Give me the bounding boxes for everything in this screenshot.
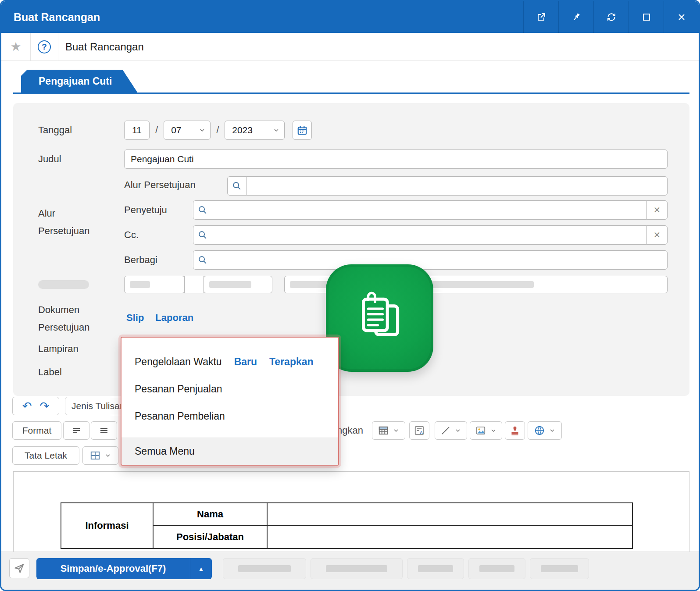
judul-input[interactable]: [125, 150, 667, 168]
laporan-link[interactable]: Laporan: [155, 312, 193, 324]
search-icon: [232, 181, 242, 191]
search-icon: [198, 230, 207, 240]
maximize-button[interactable]: [629, 1, 664, 33]
undo-button[interactable]: ↶: [22, 400, 32, 412]
nama-value-cell: [267, 503, 632, 526]
menu-item-pesanan-penjualan[interactable]: Pesanan Penjualan: [121, 375, 338, 402]
insert-line-dropdown[interactable]: [435, 421, 467, 440]
penyetuju-field-box: [212, 200, 647, 220]
cc-search-button[interactable]: [193, 225, 212, 245]
close-button[interactable]: [664, 1, 699, 33]
penyetuju-label: Penyetuju: [124, 200, 167, 220]
chevron-down-icon: [104, 452, 111, 459]
alur-persetujuan-section-label: Alur Persetujuan: [38, 205, 89, 240]
day-input[interactable]: [125, 121, 149, 139]
close-icon: [676, 12, 687, 22]
alur-persetujuan-input[interactable]: [246, 177, 667, 195]
tab-strip: Pengajuan Cuti: [13, 70, 689, 94]
breadcrumb: Buat Rancangan: [58, 41, 144, 53]
day-field-box: [124, 121, 150, 140]
text-style-button[interactable]: [409, 421, 429, 440]
stamp-button[interactable]: [505, 421, 525, 440]
penyetuju-input[interactable]: [212, 201, 646, 219]
cc-input[interactable]: [212, 226, 646, 244]
berbagi-input[interactable]: [212, 251, 667, 269]
align-left-button[interactable]: [63, 421, 89, 440]
insert-image-dropdown[interactable]: [470, 421, 502, 440]
cc-clear-button[interactable]: ✕: [646, 225, 668, 245]
menu-item-label: Pesanan Pembelian: [135, 410, 225, 422]
open-new-window-button[interactable]: [523, 1, 558, 33]
slip-link[interactable]: Slip: [126, 312, 144, 324]
month-select[interactable]: 07: [164, 121, 211, 140]
star-icon: ★: [10, 39, 21, 54]
clear-x-icon: ✕: [654, 205, 661, 215]
menu-item-semua-menu[interactable]: Semua Menu: [121, 438, 338, 465]
alur-persetujuan-inline-label: Alur Persetujuan: [124, 175, 196, 195]
table-icon: [378, 425, 389, 436]
save-options-caret[interactable]: ▲: [190, 558, 212, 579]
cc-label: Cc.: [124, 225, 139, 245]
align-left-icon: [71, 425, 82, 436]
maximize-icon: [641, 12, 652, 22]
pin-button[interactable]: [558, 1, 593, 33]
menu-item-pengelolaan-waktu[interactable]: Pengelolaan Waktu Baru Terapkan: [121, 348, 338, 375]
menu-popup: Pengelolaan Waktu Baru Terapkan Pesanan …: [121, 337, 339, 466]
placeholder-bar: [418, 565, 453, 572]
favorite-button[interactable]: ★: [1, 33, 30, 61]
tata-letak-button[interactable]: Tata Letak: [12, 446, 79, 465]
dokumen-persetujuan-label: Dokumen Persetujuan: [38, 301, 89, 336]
placeholder-field-1: [124, 276, 185, 293]
globe-icon: [534, 425, 545, 436]
line-icon: [440, 425, 451, 436]
help-icon: ?: [38, 40, 51, 53]
penyetuju-search-button[interactable]: [193, 200, 212, 220]
menu-item-pesanan-pembelian[interactable]: Pesanan Pembelian: [121, 402, 338, 430]
document-copy-badge: [326, 264, 433, 372]
placeholder-bar: [326, 565, 387, 572]
footer-bar: Simpan/e-Approval(F7) ▲: [1, 552, 699, 591]
secondary-toolbar: ★ ? Buat Rancangan: [1, 33, 699, 61]
alur-search-button[interactable]: [227, 176, 246, 196]
tab-pengajuan-cuti[interactable]: Pengajuan Cuti: [21, 70, 137, 93]
help-button[interactable]: ?: [31, 33, 58, 61]
chevron-down-icon: [199, 127, 206, 134]
tanggal-label: Tanggal: [38, 121, 72, 140]
date-separator: /: [216, 125, 219, 136]
format-dropdown[interactable]: Format: [12, 421, 61, 440]
calendar-picker-button[interactable]: [293, 121, 312, 140]
label-placeholder: [38, 280, 89, 289]
placeholder-bar: [541, 565, 578, 572]
save-approval-button[interactable]: Simpan/e-Approval(F7) ▲: [36, 558, 212, 579]
search-icon: [198, 205, 207, 215]
refresh-button[interactable]: [593, 1, 629, 33]
menu-action-baru[interactable]: Baru: [234, 356, 257, 368]
dokumen-links: Slip Laporan: [126, 308, 193, 328]
berbagi-search-button[interactable]: [193, 250, 212, 270]
clear-x-icon: ✕: [654, 230, 661, 240]
label-label: Label: [38, 363, 62, 382]
send-button[interactable]: [9, 558, 29, 578]
placeholder-button-4: [468, 558, 525, 579]
berbagi-field-box: [212, 250, 668, 270]
document-editor-area[interactable]: Informasi Nama Posisi/Jabatan: [13, 471, 689, 555]
date-separator: /: [155, 125, 158, 136]
paper-plane-icon: [14, 563, 25, 574]
align-justify-button[interactable]: [91, 421, 117, 440]
menu-action-terapkan[interactable]: Terapkan: [269, 356, 314, 368]
layout-dropdown[interactable]: [82, 446, 118, 465]
placeholder-button-2: [311, 558, 403, 579]
judul-label: Judul: [38, 150, 61, 169]
informasi-table: Informasi Nama Posisi/Jabatan: [61, 502, 633, 549]
lampiran-label: Lampiran: [38, 339, 79, 359]
chevron-down-icon: [490, 427, 497, 434]
penyetuju-clear-button[interactable]: ✕: [646, 200, 668, 220]
menu-item-label: Pesanan Penjualan: [135, 383, 222, 395]
insert-link-dropdown[interactable]: [528, 421, 562, 440]
stamp-icon: [509, 425, 521, 436]
posisi-jabatan-cell: Posisi/Jabatan: [153, 526, 267, 548]
year-select[interactable]: 2023: [225, 121, 285, 140]
redo-button[interactable]: ↷: [40, 400, 50, 412]
insert-table-dropdown[interactable]: [372, 421, 405, 440]
tanggal-fields: / 07 / 2023: [124, 121, 312, 140]
